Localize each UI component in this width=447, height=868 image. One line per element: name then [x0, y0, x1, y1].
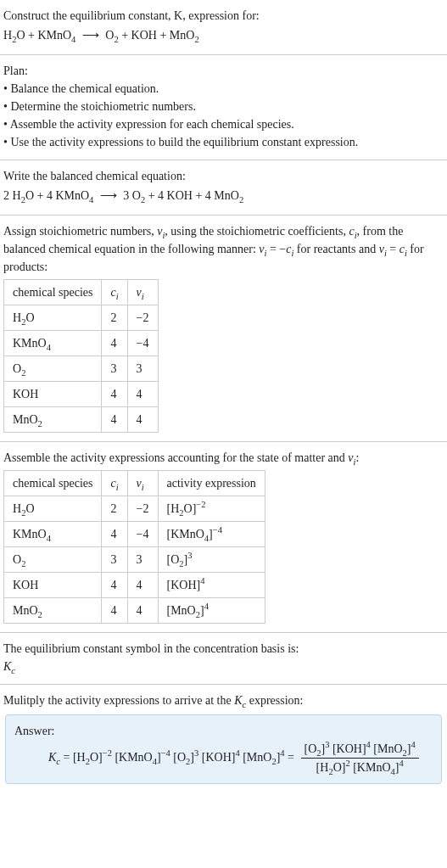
stoich-text-a: Assign stoichiometric numbers, [3, 225, 157, 238]
balanced-equation: 2 H2O + 4 KMnO4 ⟶ 3 O2 + 4 KOH + 4 MnO2 [3, 187, 444, 204]
cell-vi: 4 [127, 598, 158, 624]
cell-ci: 4 [102, 573, 127, 598]
col-ci: ci [102, 471, 127, 496]
cell-vi: 4 [127, 407, 158, 433]
cell-activity: [KMnO4]−4 [158, 522, 265, 547]
cell-species: O2 [4, 356, 102, 382]
table-row: KOH44 [4, 382, 159, 407]
answer-equation: Kc = [H2O]−2 [KMnO4]−4 [O2]3 [KOH]4 [MnO… [14, 740, 433, 776]
cell-ci: 3 [102, 547, 127, 573]
cell-vi: −4 [127, 331, 158, 356]
cell-species: KOH [4, 382, 102, 407]
stoich-text: Assign stoichiometric numbers, νi, using… [3, 222, 444, 276]
cell-vi: −2 [127, 305, 158, 331]
activity-section: Assemble the activity expressions accoun… [0, 442, 447, 633]
stoich-table: chemical species ci νi H2O2−2 KMnO44−4 O… [3, 279, 159, 433]
table-row: O233[O2]3 [4, 547, 265, 573]
table-header-row: chemical species ci νi activity expressi… [4, 471, 265, 496]
denominator: [H2O]2 [KMnO4]4 [301, 759, 419, 776]
cell-species: KMnO4 [4, 331, 102, 356]
cell-vi: −2 [127, 496, 158, 522]
symbol-text: The equilibrium constant symbol in the c… [3, 640, 444, 658]
cell-ci: 4 [102, 407, 127, 433]
plan-bullet-1: • Balance the chemical equation. [3, 80, 444, 98]
cell-species: KMnO4 [4, 522, 102, 547]
intro-equation: H2O + KMnO4 ⟶ O2 + KOH + MnO2 [3, 26, 444, 44]
cell-species: H2O [4, 496, 102, 522]
cell-ci: 3 [102, 356, 127, 382]
cell-vi: 3 [127, 547, 158, 573]
cell-ci: 4 [102, 522, 127, 547]
plan-bullet-2: • Determine the stoichiometric numbers. [3, 98, 444, 115]
table-row: KOH44[KOH]4 [4, 573, 265, 598]
cell-vi: 3 [127, 356, 158, 382]
table-row: KMnO44−4 [4, 331, 159, 356]
col-species: chemical species [4, 280, 102, 305]
table-header-row: chemical species ci νi [4, 280, 159, 305]
cell-ci: 2 [102, 305, 127, 331]
balanced-section: Write the balanced chemical equation: 2 … [0, 160, 447, 216]
intro-text-a: Construct the equilibrium constant, K, e… [3, 9, 260, 22]
cell-species: H2O [4, 305, 102, 331]
plan-heading: Plan: [3, 62, 444, 80]
cell-vi: 4 [127, 573, 158, 598]
cell-ci: 4 [102, 598, 127, 624]
symbol-section: The equilibrium constant symbol in the c… [0, 633, 447, 685]
multiply-text: Mulitply the activity expressions to arr… [3, 692, 444, 709]
fraction: [O2]3 [KOH]4 [MnO2]4 [H2O]2 [KMnO4]4 [301, 740, 419, 776]
stoich-text-b: , using the stoichiometric coefficients, [165, 225, 349, 238]
plan-section: Plan: • Balance the chemical equation. •… [0, 55, 447, 160]
intro-line1: Construct the equilibrium constant, K, e… [3, 7, 444, 25]
activity-text-a: Assemble the activity expressions accoun… [3, 451, 348, 464]
cell-activity: [KOH]4 [158, 573, 265, 598]
activity-text: Assemble the activity expressions accoun… [3, 449, 444, 467]
table-row: KMnO44−4[KMnO4]−4 [4, 522, 265, 547]
table-row: H2O2−2 [4, 305, 159, 331]
cell-activity: [H2O]−2 [158, 496, 265, 522]
numerator: [O2]3 [KOH]4 [MnO2]4 [301, 740, 419, 759]
answer-label: Answer: [14, 722, 433, 740]
col-vi: νi [127, 471, 158, 496]
intro-section: Construct the equilibrium constant, K, e… [0, 0, 447, 55]
table-row: H2O2−2[H2O]−2 [4, 496, 265, 522]
stoich-section: Assign stoichiometric numbers, νi, using… [0, 216, 447, 442]
multiply-text-b: expression: [246, 694, 303, 707]
col-vi: νi [127, 280, 158, 305]
balanced-heading: Write the balanced chemical equation: [3, 167, 444, 185]
plan-bullet-4: • Use the activity expressions to build … [3, 133, 444, 151]
cell-activity: [O2]3 [158, 547, 265, 573]
answer-section: Mulitply the activity expressions to arr… [0, 685, 447, 796]
col-ci: ci [102, 280, 127, 305]
activity-text-b: : [355, 451, 359, 464]
multiply-text-a: Mulitply the activity expressions to arr… [3, 694, 234, 707]
col-species: chemical species [4, 471, 102, 496]
table-row: O233 [4, 356, 159, 382]
stoich-text-d: for reactants and [293, 243, 378, 255]
cell-ci: 2 [102, 496, 127, 522]
activity-table: chemical species ci νi activity expressi… [3, 470, 265, 624]
answer-box: Answer: Kc = [H2O]−2 [KMnO4]−4 [O2]3 [KO… [5, 714, 442, 784]
cell-ci: 4 [102, 382, 127, 407]
cell-species: MnO2 [4, 598, 102, 624]
table-row: MnO244 [4, 407, 159, 433]
cell-species: KOH [4, 573, 102, 598]
cell-vi: −4 [127, 522, 158, 547]
cell-species: O2 [4, 547, 102, 573]
symbol-kc: Kc [3, 658, 444, 675]
cell-species: MnO2 [4, 407, 102, 433]
cell-activity: [MnO2]4 [158, 598, 265, 624]
col-activity: activity expression [158, 471, 265, 496]
cell-ci: 4 [102, 331, 127, 356]
cell-vi: 4 [127, 382, 158, 407]
table-row: MnO244[MnO2]4 [4, 598, 265, 624]
plan-bullet-3: • Assemble the activity expression for e… [3, 115, 444, 133]
